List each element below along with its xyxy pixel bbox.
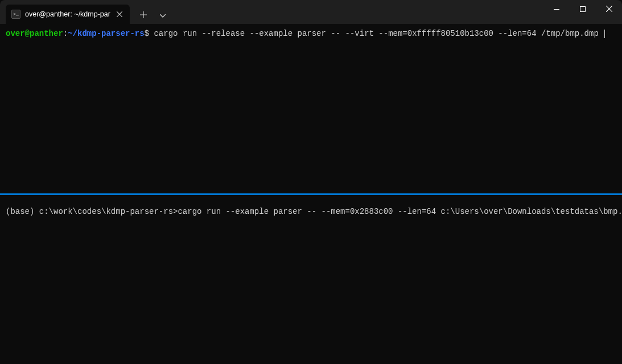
titlebar: >_ over@panther: ~/kdmp-parse <box>0 0 622 24</box>
tab-title: over@panther: ~/kdmp-parse <box>25 10 110 18</box>
prompt-symbol: $ <box>145 29 149 38</box>
minimize-icon <box>554 9 559 10</box>
tab-dropdown-button[interactable] <box>155 8 171 24</box>
tab-close-button[interactable] <box>115 10 124 19</box>
close-icon <box>606 6 612 13</box>
minimize-button[interactable] <box>543 0 570 18</box>
maximize-button[interactable] <box>570 0 596 18</box>
prompt-separator: : <box>63 29 68 38</box>
terminal-icon: >_ <box>11 10 20 19</box>
command-text: cargo run --release --example parser -- … <box>154 29 598 38</box>
close-window-button[interactable] <box>596 0 622 18</box>
new-tab-button[interactable] <box>134 6 153 24</box>
cursor-icon <box>604 30 605 38</box>
window-controls <box>543 0 622 24</box>
terminal-body: over@panther:~/kdmp-parser-rs$ cargo run… <box>0 24 622 364</box>
prompt-path: ~/kdmp-parser-rs <box>68 29 144 38</box>
prompt-user: over@panther <box>6 29 63 38</box>
bottom-pane-line: (base) c:\work\codes\kdmp-parser-rs>carg… <box>6 207 622 216</box>
pane-bottom[interactable]: (base) c:\work\codes\kdmp-parser-rs>carg… <box>0 195 622 364</box>
pane-top[interactable]: over@panther:~/kdmp-parser-rs$ cargo run… <box>0 24 622 193</box>
tab-active[interactable]: >_ over@panther: ~/kdmp-parse <box>6 5 130 24</box>
tab-area: >_ over@panther: ~/kdmp-parse <box>0 0 543 24</box>
maximize-icon <box>580 6 586 12</box>
